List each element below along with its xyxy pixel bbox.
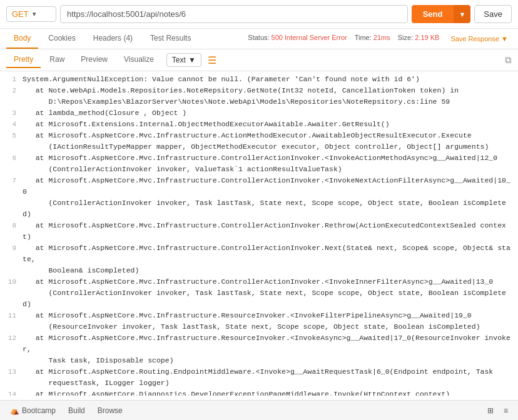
line-number: 1	[0, 74, 23, 85]
line-content: at Microsoft.AspNetCore.Diagnostics.Deve…	[23, 389, 518, 396]
code-area: 1System.ArgumentNullException: Value can…	[0, 71, 518, 396]
line-content: at Note.WebApi.Models.Repositories.NoteR…	[23, 85, 518, 108]
tabs-inner-row: Pretty Raw Preview Visualize Text ▼ ☰ ⧉	[0, 49, 518, 71]
url-input[interactable]	[60, 5, 408, 23]
code-line: 5 at Microsoft.AspNetCore.Mvc.Infrastruc…	[0, 130, 518, 152]
method-chevron-icon: ▼	[31, 11, 38, 18]
line-number: 7	[0, 175, 23, 220]
line-number: 12	[0, 332, 23, 366]
line-number: 11	[0, 310, 23, 332]
line-number: 8	[0, 220, 23, 242]
line-number: 4	[0, 119, 23, 130]
code-line: 3 at lambda_method(Closure , Object )	[0, 108, 518, 119]
line-content: System.ArgumentNullException: Value cann…	[23, 74, 518, 85]
send-btn-group: Send ▼	[412, 5, 471, 23]
line-number: 6	[0, 152, 23, 175]
line-content: at Microsoft.AspNetCore.Mvc.Infrastructu…	[23, 242, 518, 276]
format-label: Text	[172, 56, 186, 64]
line-number: 10	[0, 276, 23, 310]
code-line: 6 at Microsoft.AspNetCore.Mvc.Infrastruc…	[0, 152, 518, 175]
code-line: 13 at Microsoft.AspNetCore.Routing.Endpo…	[0, 366, 518, 389]
line-content: at Microsoft.AspNetCore.Mvc.Infrastructu…	[23, 276, 518, 310]
line-number: 3	[0, 108, 23, 119]
line-number: 14	[0, 389, 23, 396]
tabs-top-row: Body Cookies Headers (4) Test Results St…	[0, 29, 518, 49]
tab-headers[interactable]: Headers (4)	[86, 29, 140, 49]
tab-preview[interactable]: Preview	[73, 52, 115, 68]
line-content: at lambda_method(Closure , Object )	[23, 108, 518, 119]
line-number: 13	[0, 366, 23, 389]
code-line: 4 at Microsoft.Extensions.Internal.Objec…	[0, 119, 518, 130]
save-button[interactable]: Save	[474, 5, 512, 23]
copy-icon[interactable]: ⧉	[505, 54, 512, 66]
send-button[interactable]: Send	[412, 5, 454, 23]
save-response-button[interactable]: Save Response ▼	[447, 34, 512, 44]
line-content: at Microsoft.AspNetCore.Mvc.Infrastructu…	[23, 332, 518, 366]
time-value: 21ms	[373, 34, 390, 41]
method-label: GET	[12, 9, 29, 19]
status-code: 500 Internal Server Error	[272, 34, 347, 41]
code-line: 12 at Microsoft.AspNetCore.Mvc.Infrastru…	[0, 332, 518, 366]
code-line: 1System.ArgumentNullException: Value can…	[0, 74, 518, 85]
status-label: Status: 500 Internal Server Error	[248, 34, 347, 44]
wrap-icon[interactable]: ☰	[208, 54, 216, 66]
method-select[interactable]: GET ▼	[6, 6, 56, 22]
line-number: 5	[0, 130, 23, 152]
line-number: 9	[0, 242, 23, 276]
code-line: 11 at Microsoft.AspNetCore.Mvc.Infrastru…	[0, 310, 518, 332]
tab-raw[interactable]: Raw	[42, 52, 72, 68]
format-dropdown[interactable]: Text ▼	[166, 53, 201, 67]
tab-visualize[interactable]: Visualize	[116, 52, 161, 68]
code-line: 10 at Microsoft.AspNetCore.Mvc.Infrastru…	[0, 276, 518, 310]
line-content: at Microsoft.AspNetCore.Routing.Endpoint…	[23, 366, 518, 389]
size-label: Size: 2.19 KB	[398, 34, 440, 44]
line-content: at Microsoft.AspNetCore.Mvc.Infrastructu…	[23, 220, 518, 242]
line-content: at Microsoft.AspNetCore.Mvc.Infrastructu…	[23, 310, 518, 332]
code-line: 7 at Microsoft.AspNetCore.Mvc.Infrastruc…	[0, 175, 518, 220]
size-value: 2.19 KB	[415, 34, 439, 41]
code-line: 9 at Microsoft.AspNetCore.Mvc.Infrastruc…	[0, 242, 518, 276]
tab-body[interactable]: Body	[6, 29, 38, 49]
line-number: 2	[0, 85, 23, 108]
code-line: 8 at Microsoft.AspNetCore.Mvc.Infrastruc…	[0, 220, 518, 242]
top-bar: GET ▼ Send ▼ Save	[0, 0, 518, 29]
line-content: at Microsoft.AspNetCore.Mvc.Infrastructu…	[23, 152, 518, 175]
send-dropdown-button[interactable]: ▼	[454, 5, 470, 23]
time-label: Time: 21ms	[355, 34, 390, 44]
line-content: at Microsoft.AspNetCore.Mvc.Infrastructu…	[23, 130, 518, 152]
line-content: at Microsoft.Extensions.Internal.ObjectM…	[23, 119, 518, 130]
tab-test-results[interactable]: Test Results	[143, 29, 198, 49]
tab-pretty[interactable]: Pretty	[6, 52, 41, 68]
status-info: Status: 500 Internal Server Error Time: …	[248, 34, 512, 44]
code-line: 14 at Microsoft.AspNetCore.Diagnostics.D…	[0, 389, 518, 396]
format-chevron-icon: ▼	[188, 56, 196, 64]
tab-cookies[interactable]: Cookies	[41, 29, 83, 49]
line-content: at Microsoft.AspNetCore.Mvc.Infrastructu…	[23, 175, 518, 220]
code-line: 2 at Note.WebApi.Models.Repositories.Not…	[0, 85, 518, 108]
